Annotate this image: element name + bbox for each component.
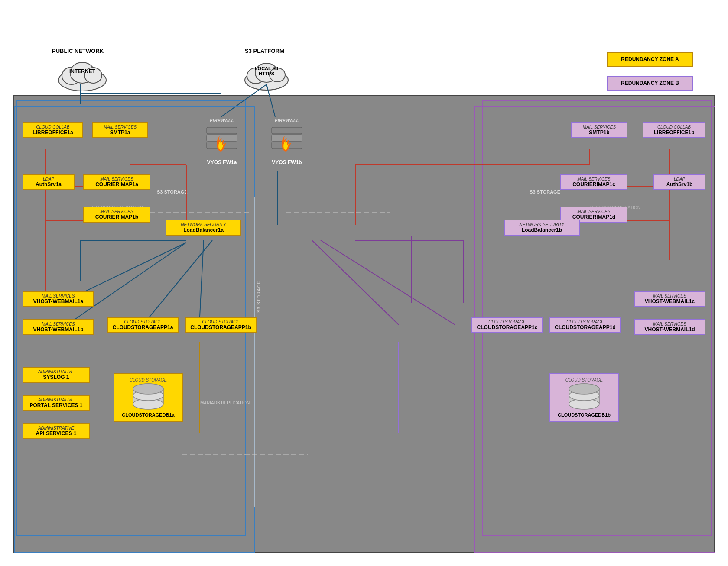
vhost-webmail1c-node: MAIL SERVICES VHOST-WEBMAIL1c (634, 291, 705, 307)
svg-point-71 (569, 384, 599, 394)
svg-rect-56 (207, 127, 237, 134)
loadbalancer1b-node: NETWORK SECURITY LoadBalancer1b (504, 220, 580, 236)
svg-rect-57 (207, 135, 237, 141)
libreoffice1b-node: CLOUD COLLAB LIBREOFFICE1b (643, 122, 705, 138)
mariadb-replication-label: MARIADB REPLICATION (200, 401, 250, 405)
syslog1-node: ADMINISTRATIVE SYSLOG 1 (23, 367, 90, 383)
vhost-webmail1a-node: MAIL SERVICES VHOST-WEBMAIL1a (23, 291, 94, 307)
cloudstorageapp1b-node: CLOUD STORAGE CLOUDSTORAGEAPP1b (185, 317, 257, 333)
redundancy-zone-b: REDUNDANCY ZONE B (607, 76, 693, 91)
local-s3-label: LOCAL S3HTTPS (243, 66, 290, 76)
courierimap1b-node: MAIL SERVICES COURIERIMAP1b (83, 207, 150, 223)
authsrv1b-node: LDAP AuthSrv1b (653, 174, 705, 190)
api-services1-node: ADMINISTRATIVE API SERVICES 1 (23, 423, 90, 439)
internet-label: INTERNET (56, 68, 108, 74)
fw1a-category-label: FIREWALL (205, 118, 239, 123)
diagram-container: PUBLIC NETWORK S3 PLATFORM INTERNET LOCA… (0, 0, 728, 566)
cloudstorageapp1a-node: CLOUD STORAGE CLOUDSTORAGEAPP1a (107, 317, 179, 333)
cloudstoragedb1a-node: CLOUD STORAGE CLOUDSTORAGEDB1a (114, 373, 183, 422)
cloudstorageapp1c-node: CLOUD STORAGE CLOUDSTORAGEAPP1c (471, 317, 543, 333)
public-network-label: PUBLIC NETWORK (52, 48, 104, 54)
internet-cloud: INTERNET (56, 56, 108, 93)
fw1b-name-label: VYOS FW1b (270, 159, 304, 165)
smtp1a-node: MAIL SERVICES SMTP1a (92, 122, 148, 138)
loadbalancer1a-node: NETWORK SECURITY LoadBalancer1a (166, 220, 241, 236)
courierimap1a-node: MAIL SERVICES COURIERIMAP1a (83, 174, 150, 190)
s3-storage-right-label: S3 STORAGE (530, 189, 560, 194)
local-s3-cloud: LOCAL S3HTTPS (243, 56, 290, 93)
s3-storage-left-label: S3 STORAGE (157, 189, 188, 194)
svg-rect-60 (272, 135, 302, 141)
authsrv1a-node: LDAP AuthSrv1a (23, 174, 75, 190)
s3-storage-vertical-label: S3 STORAGE (257, 226, 261, 313)
firewall-fw1a: FIREWALL VYOS FW1a (205, 118, 239, 165)
main-diagram-area: FIREWALL VYOS FW1a FIREWALL VY (13, 95, 715, 553)
cloudstoragedb1b-node: CLOUD STORAGE CLOUDSTORAGEDB1b (549, 373, 619, 422)
s3-platform-label: S3 PLATFORM (245, 48, 284, 54)
smtp1b-node: MAIL SERVICES SMTP1b (571, 122, 627, 138)
svg-point-66 (133, 384, 163, 394)
fw1a-name-label: VYOS FW1a (205, 159, 239, 165)
libreoffice1a-node: CLOUD COLLAB LIBREOFFICE1a (23, 122, 83, 138)
cloudstorageapp1d-node: CLOUD STORAGE CLOUDSTORAGEAPP1d (549, 317, 621, 333)
cloudstoragedb1b-label: CLOUDSTORAGEDB1b (554, 412, 614, 417)
vhost-webmail1d-node: MAIL SERVICES VHOST-WEBMAIL1d (634, 319, 705, 335)
redundancy-zone-a: REDUNDANCY ZONE A (607, 52, 693, 67)
vhost-webmail1b-node: MAIL SERVICES VHOST-WEBMAIL1b (23, 319, 94, 335)
svg-rect-59 (272, 127, 302, 134)
fw1b-category-label: FIREWALL (270, 118, 304, 123)
courierimap1c-node: MAIL SERVICES COURIERIMAP1c (560, 174, 627, 190)
cloudstoragedb1a-label: CLOUDSTORAGEDB1a (118, 412, 179, 417)
portal-services1-node: ADMINISTRATIVE PORTAL SERVICES 1 (23, 395, 90, 411)
firewall-fw1b: FIREWALL VYOS FW1b (270, 118, 304, 165)
